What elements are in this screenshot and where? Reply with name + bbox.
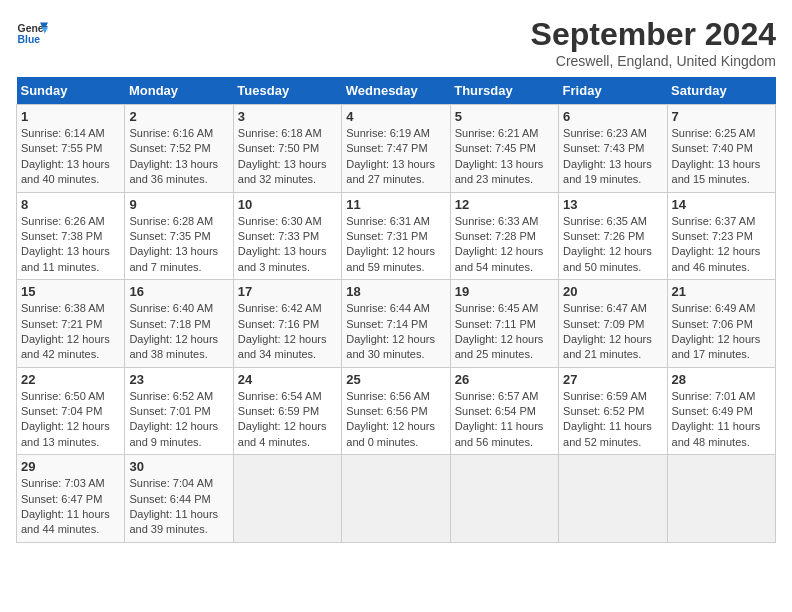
calendar-cell: 16Sunrise: 6:40 AMSunset: 7:18 PMDayligh…	[125, 280, 233, 368]
day-number: 25	[346, 372, 445, 387]
logo-icon: General Blue	[16, 16, 48, 48]
cell-details: Sunrise: 6:31 AMSunset: 7:31 PMDaylight:…	[346, 214, 445, 276]
weekday-header-cell: Wednesday	[342, 77, 450, 105]
month-title: September 2024	[531, 16, 776, 53]
cell-details: Sunrise: 6:52 AMSunset: 7:01 PMDaylight:…	[129, 389, 228, 451]
cell-details: Sunrise: 6:44 AMSunset: 7:14 PMDaylight:…	[346, 301, 445, 363]
cell-details: Sunrise: 7:01 AMSunset: 6:49 PMDaylight:…	[672, 389, 771, 451]
cell-details: Sunrise: 7:03 AMSunset: 6:47 PMDaylight:…	[21, 476, 120, 538]
calendar-cell: 5Sunrise: 6:21 AMSunset: 7:45 PMDaylight…	[450, 105, 558, 193]
weekday-header-cell: Monday	[125, 77, 233, 105]
calendar-cell: 6Sunrise: 6:23 AMSunset: 7:43 PMDaylight…	[559, 105, 667, 193]
day-number: 7	[672, 109, 771, 124]
day-number: 27	[563, 372, 662, 387]
cell-details: Sunrise: 6:23 AMSunset: 7:43 PMDaylight:…	[563, 126, 662, 188]
calendar-cell: 4Sunrise: 6:19 AMSunset: 7:47 PMDaylight…	[342, 105, 450, 193]
day-number: 4	[346, 109, 445, 124]
calendar-cell: 25Sunrise: 6:56 AMSunset: 6:56 PMDayligh…	[342, 367, 450, 455]
calendar-cell	[233, 455, 341, 543]
calendar-cell: 18Sunrise: 6:44 AMSunset: 7:14 PMDayligh…	[342, 280, 450, 368]
calendar-cell	[450, 455, 558, 543]
calendar-cell: 26Sunrise: 6:57 AMSunset: 6:54 PMDayligh…	[450, 367, 558, 455]
day-number: 20	[563, 284, 662, 299]
cell-details: Sunrise: 6:25 AMSunset: 7:40 PMDaylight:…	[672, 126, 771, 188]
cell-details: Sunrise: 6:21 AMSunset: 7:45 PMDaylight:…	[455, 126, 554, 188]
cell-details: Sunrise: 6:37 AMSunset: 7:23 PMDaylight:…	[672, 214, 771, 276]
day-number: 12	[455, 197, 554, 212]
calendar-cell	[667, 455, 775, 543]
day-number: 1	[21, 109, 120, 124]
calendar-cell: 23Sunrise: 6:52 AMSunset: 7:01 PMDayligh…	[125, 367, 233, 455]
calendar-cell	[342, 455, 450, 543]
weekday-header-row: SundayMondayTuesdayWednesdayThursdayFrid…	[17, 77, 776, 105]
calendar-cell: 15Sunrise: 6:38 AMSunset: 7:21 PMDayligh…	[17, 280, 125, 368]
day-number: 14	[672, 197, 771, 212]
cell-details: Sunrise: 6:26 AMSunset: 7:38 PMDaylight:…	[21, 214, 120, 276]
calendar-cell: 24Sunrise: 6:54 AMSunset: 6:59 PMDayligh…	[233, 367, 341, 455]
cell-details: Sunrise: 6:57 AMSunset: 6:54 PMDaylight:…	[455, 389, 554, 451]
weekday-header-cell: Thursday	[450, 77, 558, 105]
calendar-table: SundayMondayTuesdayWednesdayThursdayFrid…	[16, 77, 776, 543]
day-number: 9	[129, 197, 228, 212]
cell-details: Sunrise: 6:47 AMSunset: 7:09 PMDaylight:…	[563, 301, 662, 363]
day-number: 8	[21, 197, 120, 212]
cell-details: Sunrise: 6:30 AMSunset: 7:33 PMDaylight:…	[238, 214, 337, 276]
cell-details: Sunrise: 6:35 AMSunset: 7:26 PMDaylight:…	[563, 214, 662, 276]
calendar-cell: 11Sunrise: 6:31 AMSunset: 7:31 PMDayligh…	[342, 192, 450, 280]
cell-details: Sunrise: 6:38 AMSunset: 7:21 PMDaylight:…	[21, 301, 120, 363]
logo: General Blue	[16, 16, 48, 48]
cell-details: Sunrise: 6:16 AMSunset: 7:52 PMDaylight:…	[129, 126, 228, 188]
page-header: General Blue September 2024 Creswell, En…	[16, 16, 776, 69]
calendar-cell: 19Sunrise: 6:45 AMSunset: 7:11 PMDayligh…	[450, 280, 558, 368]
day-number: 28	[672, 372, 771, 387]
calendar-cell: 17Sunrise: 6:42 AMSunset: 7:16 PMDayligh…	[233, 280, 341, 368]
day-number: 23	[129, 372, 228, 387]
cell-details: Sunrise: 6:50 AMSunset: 7:04 PMDaylight:…	[21, 389, 120, 451]
cell-details: Sunrise: 6:42 AMSunset: 7:16 PMDaylight:…	[238, 301, 337, 363]
day-number: 19	[455, 284, 554, 299]
calendar-cell: 3Sunrise: 6:18 AMSunset: 7:50 PMDaylight…	[233, 105, 341, 193]
calendar-cell: 1Sunrise: 6:14 AMSunset: 7:55 PMDaylight…	[17, 105, 125, 193]
calendar-cell: 13Sunrise: 6:35 AMSunset: 7:26 PMDayligh…	[559, 192, 667, 280]
calendar-cell: 21Sunrise: 6:49 AMSunset: 7:06 PMDayligh…	[667, 280, 775, 368]
cell-details: Sunrise: 6:40 AMSunset: 7:18 PMDaylight:…	[129, 301, 228, 363]
day-number: 29	[21, 459, 120, 474]
calendar-cell: 7Sunrise: 6:25 AMSunset: 7:40 PMDaylight…	[667, 105, 775, 193]
location-title: Creswell, England, United Kingdom	[531, 53, 776, 69]
weekday-header-cell: Tuesday	[233, 77, 341, 105]
calendar-week-row: 1Sunrise: 6:14 AMSunset: 7:55 PMDaylight…	[17, 105, 776, 193]
day-number: 11	[346, 197, 445, 212]
title-area: September 2024 Creswell, England, United…	[531, 16, 776, 69]
svg-text:Blue: Blue	[18, 34, 41, 45]
calendar-week-row: 29Sunrise: 7:03 AMSunset: 6:47 PMDayligh…	[17, 455, 776, 543]
day-number: 26	[455, 372, 554, 387]
day-number: 3	[238, 109, 337, 124]
cell-details: Sunrise: 7:04 AMSunset: 6:44 PMDaylight:…	[129, 476, 228, 538]
cell-details: Sunrise: 6:45 AMSunset: 7:11 PMDaylight:…	[455, 301, 554, 363]
cell-details: Sunrise: 6:28 AMSunset: 7:35 PMDaylight:…	[129, 214, 228, 276]
cell-details: Sunrise: 6:18 AMSunset: 7:50 PMDaylight:…	[238, 126, 337, 188]
calendar-cell: 27Sunrise: 6:59 AMSunset: 6:52 PMDayligh…	[559, 367, 667, 455]
calendar-cell: 8Sunrise: 6:26 AMSunset: 7:38 PMDaylight…	[17, 192, 125, 280]
calendar-cell: 10Sunrise: 6:30 AMSunset: 7:33 PMDayligh…	[233, 192, 341, 280]
calendar-cell: 30Sunrise: 7:04 AMSunset: 6:44 PMDayligh…	[125, 455, 233, 543]
day-number: 15	[21, 284, 120, 299]
day-number: 6	[563, 109, 662, 124]
day-number: 22	[21, 372, 120, 387]
cell-details: Sunrise: 6:49 AMSunset: 7:06 PMDaylight:…	[672, 301, 771, 363]
calendar-cell: 14Sunrise: 6:37 AMSunset: 7:23 PMDayligh…	[667, 192, 775, 280]
day-number: 10	[238, 197, 337, 212]
day-number: 5	[455, 109, 554, 124]
calendar-cell: 28Sunrise: 7:01 AMSunset: 6:49 PMDayligh…	[667, 367, 775, 455]
cell-details: Sunrise: 6:14 AMSunset: 7:55 PMDaylight:…	[21, 126, 120, 188]
day-number: 30	[129, 459, 228, 474]
day-number: 17	[238, 284, 337, 299]
weekday-header-cell: Sunday	[17, 77, 125, 105]
cell-details: Sunrise: 6:19 AMSunset: 7:47 PMDaylight:…	[346, 126, 445, 188]
calendar-cell: 29Sunrise: 7:03 AMSunset: 6:47 PMDayligh…	[17, 455, 125, 543]
calendar-week-row: 8Sunrise: 6:26 AMSunset: 7:38 PMDaylight…	[17, 192, 776, 280]
calendar-cell: 20Sunrise: 6:47 AMSunset: 7:09 PMDayligh…	[559, 280, 667, 368]
calendar-cell: 12Sunrise: 6:33 AMSunset: 7:28 PMDayligh…	[450, 192, 558, 280]
day-number: 13	[563, 197, 662, 212]
day-number: 24	[238, 372, 337, 387]
